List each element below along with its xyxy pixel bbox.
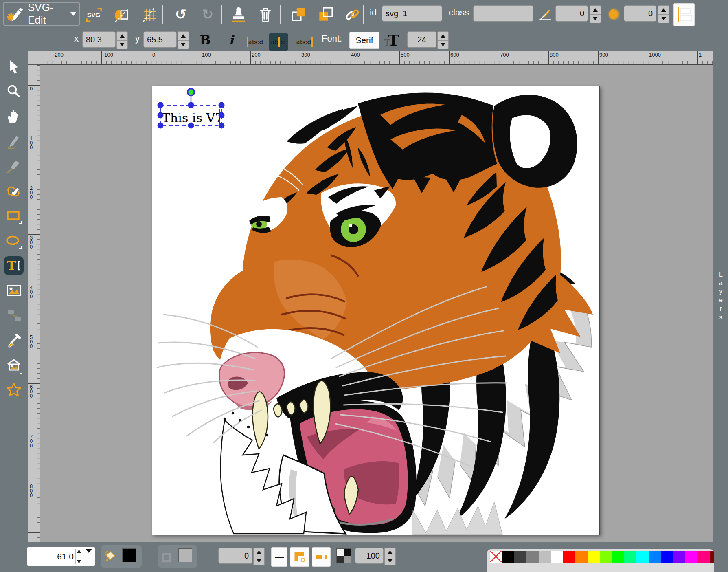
palette-swatch-7f7f7f[interactable] <box>526 551 539 563</box>
align-button[interactable] <box>673 3 695 26</box>
delete-button[interactable] <box>256 4 275 24</box>
palette-swatch-3f3f3f[interactable] <box>514 551 526 563</box>
palette-swatch-ffffff[interactable] <box>551 551 563 563</box>
ruler-left-label: 0 <box>30 86 33 91</box>
svg-canvas[interactable]: This is V7 <box>152 86 600 535</box>
palette-swatch-0000ff[interactable] <box>661 551 673 563</box>
angle-input[interactable] <box>555 5 588 22</box>
undo-button[interactable]: ↺ <box>171 4 191 24</box>
text-anchor-start-button[interactable]: abcd <box>245 33 265 51</box>
palette-swatch-ffff00[interactable] <box>588 551 600 563</box>
tool-shape-library[interactable] <box>4 356 24 374</box>
ruler-corner <box>28 51 40 65</box>
y-spinner[interactable] <box>178 31 189 49</box>
layers-panel-toggle[interactable]: Layers <box>713 51 728 542</box>
wireframe-mode-button[interactable] <box>112 4 132 24</box>
italic-button[interactable]: i <box>221 30 241 50</box>
id-input[interactable] <box>382 5 442 22</box>
fill-color-swatch[interactable] <box>122 548 136 562</box>
ruler-left-label: 8 0 0 <box>30 484 33 497</box>
clone-button[interactable] <box>229 4 248 24</box>
ruler-top-label: 200 <box>252 52 261 58</box>
palette-swatch-ff00ff[interactable] <box>685 551 697 563</box>
app-title: SVG-Edit <box>28 1 68 26</box>
tool-zoom[interactable] <box>4 82 24 101</box>
class-input[interactable] <box>473 5 533 22</box>
ruler-top-label: 500 <box>401 52 410 58</box>
tool-image[interactable] <box>4 281 24 300</box>
logo-icon <box>7 4 25 24</box>
font-label: Font: <box>322 33 342 44</box>
linecap-button[interactable] <box>312 547 331 567</box>
tool-rect[interactable] <box>4 207 24 225</box>
angle-spinner[interactable] <box>590 5 601 23</box>
font-family-button[interactable]: Serif <box>349 32 379 49</box>
font-size-input[interactable] <box>407 31 436 48</box>
opacity-spinner[interactable] <box>384 548 396 565</box>
tool-text[interactable]: T <box>4 256 24 275</box>
x-spinner[interactable] <box>116 31 128 49</box>
font-size-spinner[interactable] <box>437 31 449 49</box>
tool-ellipse[interactable] <box>4 231 24 250</box>
ruler-top-label: -100 <box>103 52 113 58</box>
stroke-color-swatch[interactable] <box>178 548 192 562</box>
tool-eyedropper[interactable] <box>4 331 24 350</box>
zoom-dropdown[interactable] <box>82 553 95 560</box>
stroke-dash-select[interactable]: — <box>271 547 287 567</box>
text-context-toolbar: x y B i abcd abcd abcd Font: <box>0 29 728 51</box>
palette-swatch-ff0000[interactable] <box>563 551 575 563</box>
blur-spinner[interactable] <box>658 5 669 23</box>
palette-swatch-00ff7f[interactable] <box>624 551 636 563</box>
ruler-left-label: 3 0 0 <box>30 235 33 249</box>
ruler-top-label: 1 <box>699 52 702 58</box>
palette-swatch-00ff00[interactable] <box>612 551 624 563</box>
svg-edit-app: SVG-Edit SVG ↺ <box>0 0 728 572</box>
tool-pencil[interactable] <box>4 132 24 151</box>
blur-input[interactable] <box>624 5 656 22</box>
palette-swatch-7f00ff[interactable] <box>673 551 685 563</box>
ruler-left-label: 6 0 0 <box>30 385 33 398</box>
opacity-input[interactable] <box>355 548 384 564</box>
linejoin-button[interactable] <box>290 547 309 567</box>
redo-button[interactable]: ↻ <box>198 4 217 24</box>
text-icon: T <box>5 257 23 275</box>
palette-swatch-none[interactable] <box>490 551 502 563</box>
bold-button[interactable]: B <box>195 30 215 50</box>
text-anchor-middle-button[interactable]: abcd <box>269 33 288 51</box>
zoom-value: 61.0 <box>27 552 75 561</box>
main-menu-button[interactable]: SVG-Edit <box>3 2 80 26</box>
palette-swatch-7fff00[interactable] <box>600 551 612 563</box>
palette-swatch-ff7f00[interactable] <box>575 551 588 563</box>
y-input[interactable] <box>143 31 177 48</box>
tiger-artwork[interactable] <box>152 86 599 535</box>
zoom-control[interactable]: 61.0 <box>27 547 95 566</box>
connector-icon <box>5 306 23 324</box>
palette-swatch-007fff[interactable] <box>649 551 661 563</box>
link-icon <box>342 5 361 24</box>
palette-swatch-ff007f[interactable] <box>697 551 710 563</box>
palette-swatch-000000[interactable] <box>502 551 514 563</box>
tool-connector[interactable] <box>4 306 24 325</box>
tool-star[interactable] <box>4 381 24 399</box>
text-anchor-end-button[interactable]: abcd <box>295 33 314 51</box>
tool-line[interactable] <box>4 157 24 176</box>
grid-snap-button[interactable] <box>139 4 159 24</box>
palette-swatch-bfbfbf[interactable] <box>539 551 551 563</box>
stroke-width-spinner[interactable] <box>253 548 265 565</box>
move-to-top-button[interactable] <box>289 4 309 24</box>
palette-swatch-00ffff[interactable] <box>636 551 649 563</box>
work-area[interactable]: -200-10001002003004005006007008009001000… <box>28 51 713 542</box>
palette-swatch-7f0000[interactable] <box>710 551 714 563</box>
x-input[interactable] <box>82 31 116 48</box>
make-link-button[interactable] <box>342 4 362 24</box>
tool-select[interactable] <box>4 57 24 76</box>
move-to-bottom-button[interactable] <box>316 4 335 24</box>
pencil-icon <box>5 132 23 150</box>
font-size-icon: T T <box>382 30 401 50</box>
stroke-width-input[interactable] <box>218 548 252 564</box>
tool-path[interactable] <box>4 182 24 200</box>
zoom-spinner[interactable] <box>75 549 82 564</box>
tool-pan[interactable] <box>4 107 24 126</box>
edit-source-button[interactable]: SVG <box>84 4 103 24</box>
layers-label: Layers <box>717 271 724 322</box>
